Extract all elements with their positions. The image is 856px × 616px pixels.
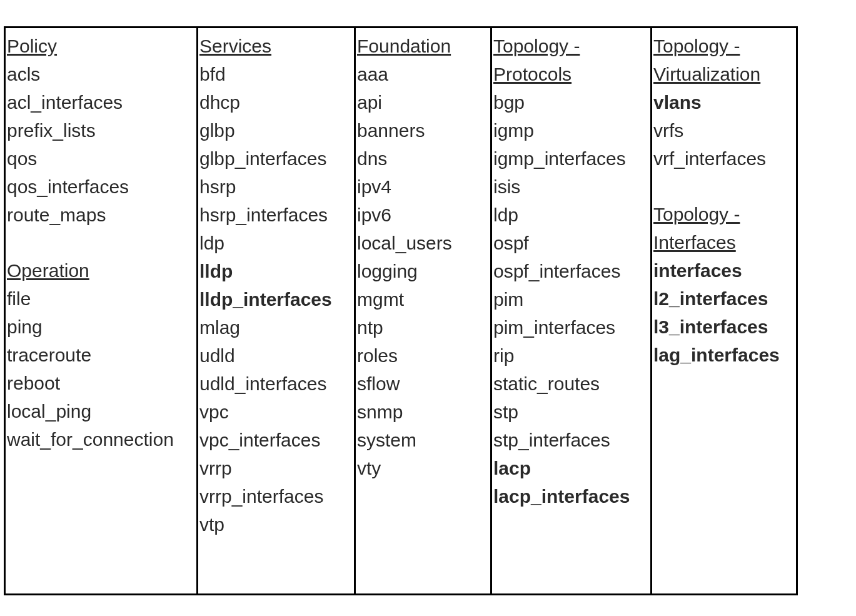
- reference-table: Policyaclsacl_interfacesprefix_listsqosq…: [4, 26, 798, 595]
- section-gap: [6, 229, 196, 256]
- list-item: vty: [356, 454, 490, 482]
- section-heading: Topology - Interfaces: [652, 200, 796, 256]
- list-item: dhcp: [198, 88, 354, 116]
- column-4: Topology - Protocolsbgpigmpigmp_interfac…: [492, 28, 652, 593]
- list-item: ospf: [492, 229, 650, 257]
- list-item: vrrp: [198, 454, 354, 482]
- list-item: interfaces: [652, 256, 796, 285]
- list-item: prefix_lists: [6, 116, 196, 144]
- list-item: sflow: [356, 370, 490, 398]
- list-item: udld: [198, 341, 354, 370]
- column-2: Servicesbfddhcpglbpglbp_interfaceshsrphs…: [198, 28, 356, 593]
- list-item: static_routes: [492, 370, 650, 398]
- list-item: lag_interfaces: [652, 341, 796, 369]
- list-item: acls: [6, 60, 196, 88]
- list-item: igmp: [492, 116, 650, 144]
- section-heading: Policy: [6, 32, 196, 60]
- list-item: local_ping: [6, 397, 196, 425]
- list-item: lldp_interfaces: [198, 285, 354, 313]
- list-item: aaa: [356, 60, 490, 88]
- list-item: vrfs: [652, 116, 796, 144]
- list-item: mlag: [198, 313, 354, 341]
- list-item: ntp: [356, 313, 490, 341]
- section-gap: [652, 173, 796, 200]
- list-item: ldp: [492, 201, 650, 229]
- list-item: vtp: [198, 510, 354, 538]
- list-item: ipv6: [356, 201, 490, 229]
- list-item: stp: [492, 398, 650, 426]
- list-item: isis: [492, 173, 650, 201]
- list-item: lacp: [492, 454, 650, 482]
- list-item: bgp: [492, 88, 650, 116]
- list-item: system: [356, 426, 490, 454]
- list-item: traceroute: [6, 341, 196, 369]
- list-item: vlans: [652, 88, 796, 116]
- list-item: dns: [356, 144, 490, 173]
- list-item: qos: [6, 144, 196, 173]
- section-heading: Topology - Protocols: [492, 32, 650, 88]
- list-item: bfd: [198, 60, 354, 88]
- list-item: glbp: [198, 116, 354, 144]
- list-item: pim: [492, 285, 650, 313]
- list-item: l2_interfaces: [652, 285, 796, 313]
- list-item: pim_interfaces: [492, 313, 650, 341]
- list-item: ipv4: [356, 173, 490, 201]
- list-item: roles: [356, 341, 490, 370]
- list-item: hsrp: [198, 173, 354, 201]
- list-item: local_users: [356, 229, 490, 257]
- list-item: banners: [356, 116, 490, 144]
- list-item: api: [356, 88, 490, 116]
- list-item: vrf_interfaces: [652, 144, 796, 173]
- section-heading: Services: [198, 32, 354, 60]
- list-item: acl_interfaces: [6, 88, 196, 116]
- list-item: qos_interfaces: [6, 173, 196, 201]
- list-item: vpc_interfaces: [198, 426, 354, 454]
- list-item: vpc: [198, 398, 354, 426]
- list-item: lacp_interfaces: [492, 482, 650, 510]
- list-item: ping: [6, 313, 196, 341]
- list-item: stp_interfaces: [492, 426, 650, 454]
- section-heading: Topology - Virtualization: [652, 32, 796, 88]
- list-item: route_maps: [6, 201, 196, 229]
- list-item: hsrp_interfaces: [198, 201, 354, 229]
- list-item: logging: [356, 257, 490, 285]
- list-item: l3_interfaces: [652, 313, 796, 341]
- list-item: wait_for_connection: [6, 425, 196, 453]
- list-item: reboot: [6, 369, 196, 397]
- list-item: ospf_interfaces: [492, 257, 650, 285]
- list-item: vrrp_interfaces: [198, 482, 354, 510]
- list-item: ldp: [198, 229, 354, 257]
- list-item: glbp_interfaces: [198, 144, 354, 173]
- column-5: Topology - Virtualizationvlansvrfsvrf_in…: [652, 28, 796, 593]
- section-heading: Foundation: [356, 32, 490, 60]
- list-item: mgmt: [356, 285, 490, 313]
- list-item: rip: [492, 341, 650, 370]
- list-item: udld_interfaces: [198, 370, 354, 398]
- list-item: igmp_interfaces: [492, 144, 650, 173]
- list-item: lldp: [198, 257, 354, 285]
- column-1: Policyaclsacl_interfacesprefix_listsqosq…: [6, 28, 198, 593]
- section-heading: Operation: [6, 256, 196, 285]
- list-item: snmp: [356, 398, 490, 426]
- list-item: file: [6, 285, 196, 313]
- column-3: Foundationaaaapibannersdnsipv4ipv6local_…: [356, 28, 492, 593]
